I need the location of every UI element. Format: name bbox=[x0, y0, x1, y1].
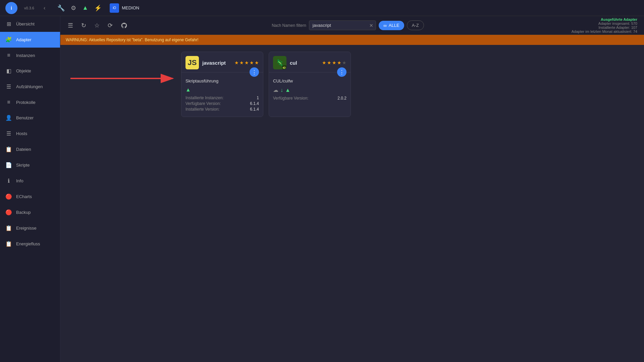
host-name: MEDION bbox=[122, 5, 139, 10]
sidebar-item-ereignisse[interactable]: 📋 Ereignisse bbox=[0, 220, 60, 236]
app-version: v0.3.6 bbox=[24, 6, 34, 10]
list-view-button[interactable]: ☰ bbox=[66, 20, 75, 31]
objekte-label: Objekte bbox=[16, 68, 31, 73]
sidebar-item-skripte[interactable]: 📄 Skripte bbox=[0, 157, 60, 173]
energiefluss-icon: 📋 bbox=[5, 241, 12, 247]
stats-line-3: Adapter im letzten Monat aktualisiert: 7… bbox=[572, 29, 637, 34]
sidebar-item-backup[interactable]: 🔴 Backup bbox=[0, 204, 60, 220]
star-5: ★ bbox=[255, 60, 259, 65]
sidebar-item-uebersicht[interactable]: ⊞ Übersicht bbox=[0, 16, 60, 32]
search-area: Nach Namen filtern ✕ ∞ ALLE A-Z bbox=[272, 20, 424, 30]
triangle-icon-cul: ▲ bbox=[285, 87, 290, 93]
adapter-name-javascript: javascript bbox=[202, 60, 231, 66]
filter-all-button[interactable]: ∞ ALLE bbox=[379, 21, 404, 30]
hosts-icon: ☰ bbox=[5, 130, 12, 137]
star-2: ★ bbox=[239, 60, 244, 65]
sidebar-item-dateien[interactable]: 📋 Dateien bbox=[0, 141, 60, 157]
available-label: Verfügbare Version: bbox=[185, 101, 221, 106]
topbar-icons: 🔧 ⚙ ▲ ⚡ bbox=[57, 4, 102, 12]
energiefluss-label: Energiefluss bbox=[16, 241, 40, 246]
adapter-icon-cul: 🦎 🐢 bbox=[273, 56, 286, 69]
stats-line-2: Installierte Adapter: 107 bbox=[572, 25, 637, 29]
stats-line-1: Adapter insgesamt: 570 bbox=[572, 21, 637, 25]
info-label: Info bbox=[16, 178, 23, 183]
skripte-icon: 📄 bbox=[5, 162, 12, 168]
echarts-icon: 🔴 bbox=[5, 193, 12, 200]
history-button[interactable]: ⟳ bbox=[106, 20, 115, 31]
adapter-body-javascript: Skriptausführung ▲ Installierte Instanze… bbox=[181, 72, 263, 117]
collapse-icon[interactable]: ‹ bbox=[44, 5, 45, 11]
sidebar-item-benutzer[interactable]: 👤 Benutzer bbox=[0, 110, 60, 126]
star-1: ★ bbox=[234, 60, 239, 65]
search-input-wrap: ✕ bbox=[309, 20, 376, 30]
filter-az-button[interactable]: A-Z bbox=[407, 20, 424, 30]
app-logo: i bbox=[5, 2, 17, 14]
sidebar-item-energiefluss[interactable]: 📋 Energiefluss bbox=[0, 236, 60, 252]
host-selector[interactable]: iO MEDION bbox=[110, 3, 139, 13]
warning-text: WARNUNG: Aktuelles Repository ist "beta"… bbox=[66, 38, 199, 42]
update-icon[interactable]: ▲ bbox=[82, 4, 88, 11]
installed-label: Installierte Version: bbox=[185, 107, 219, 112]
ereignisse-icon: 📋 bbox=[5, 225, 12, 231]
search-clear-icon[interactable]: ✕ bbox=[369, 23, 373, 28]
protokolle-icon: ≡ bbox=[5, 99, 12, 105]
cloud-icon: ☁ bbox=[273, 87, 278, 93]
adapter-icon: 🧩 bbox=[5, 37, 12, 43]
warning-bar: WARNUNG: Aktuelles Repository ist "beta"… bbox=[60, 35, 644, 45]
gear-icon[interactable]: ⚙ bbox=[71, 4, 76, 12]
stats-title: Ausgeführte Adapter bbox=[572, 17, 637, 21]
adapter-status-javascript: ▲ bbox=[185, 87, 259, 93]
cul-available-value: 2.0.2 bbox=[337, 96, 346, 101]
adapter-menu-button-javascript[interactable]: ⋮ bbox=[250, 67, 259, 77]
adapter-card-javascript: JS javascript ★ ★ ★ ★ ★ ⋮ Skriptausführu… bbox=[181, 52, 263, 117]
adapter-card-cul: 🦎 🐢 cul ★ ★ ★ ★ ★ ⋮ CUL/culfw bbox=[269, 52, 351, 117]
adapter-stars-cul: ★ ★ ★ ★ ★ bbox=[322, 60, 346, 65]
instanzen-label: Instanzen bbox=[16, 53, 35, 58]
search-input[interactable] bbox=[309, 20, 376, 30]
dateien-icon: 📋 bbox=[5, 146, 12, 153]
github-button[interactable] bbox=[119, 20, 129, 31]
info-icon: ℹ bbox=[5, 178, 12, 184]
aufzaehlungen-label: Aufzählungen bbox=[16, 84, 43, 89]
adapter-menu-button-cul[interactable]: ⋮ bbox=[337, 67, 346, 77]
sidebar-item-echarts[interactable]: 🔴 ECharts bbox=[0, 189, 60, 204]
info-row-cul-available: Verfügbare Version: 2.0.2 bbox=[273, 96, 346, 101]
cul-star-4: ★ bbox=[337, 60, 341, 65]
adapter-status-cul: ☁ ↓ ▲ bbox=[273, 87, 346, 93]
adapter-description-javascript: Skriptausführung bbox=[185, 78, 259, 83]
info-row-available: Verfügbare Version: 6.1.4 bbox=[185, 101, 259, 106]
benutzer-label: Benutzer bbox=[16, 115, 34, 120]
info-row-instances: Installierte Instanzen: 1 bbox=[185, 96, 259, 100]
main-layout: ⊞ Übersicht 🧩 Adapter ≡ Instanzen ◧ Obje… bbox=[0, 16, 644, 362]
sidebar-item-instanzen[interactable]: ≡ Instanzen bbox=[0, 48, 60, 63]
uebersicht-label: Übersicht bbox=[16, 21, 35, 26]
benutzer-icon: 👤 bbox=[5, 115, 12, 121]
cul-available-label: Verfügbare Version: bbox=[273, 96, 308, 101]
adapter-name-cul: cul bbox=[290, 60, 319, 66]
settings-icon[interactable]: 🔧 bbox=[57, 4, 65, 12]
info-row-installed: Installierte Version: 6.1.4 bbox=[185, 107, 259, 112]
sidebar-item-hosts[interactable]: ☰ Hosts bbox=[0, 126, 60, 141]
cul-star-2: ★ bbox=[327, 60, 331, 65]
alert-icon[interactable]: ⚡ bbox=[94, 4, 102, 12]
instances-label: Installierte Instanzen: bbox=[185, 96, 223, 100]
backup-icon: 🔴 bbox=[5, 209, 12, 216]
content-area: ☰ ↻ ☆ ⟳ Nach Namen filtern ✕ ∞ ALLE A-Z bbox=[60, 16, 644, 362]
topbar: i v0.3.6 ‹ 🔧 ⚙ ▲ ⚡ iO MEDION bbox=[0, 0, 644, 16]
sidebar-item-aufzaehlungen[interactable]: ☰ Aufzählungen bbox=[0, 79, 60, 95]
status-triangle-green: ▲ bbox=[185, 87, 191, 93]
sidebar-item-info[interactable]: ℹ Info bbox=[0, 173, 60, 189]
filter-all-label: ALLE bbox=[389, 23, 399, 28]
favorites-button[interactable]: ☆ bbox=[92, 20, 102, 31]
instanzen-icon: ≡ bbox=[5, 52, 12, 58]
download-icon: ↓ bbox=[280, 87, 283, 93]
refresh-button[interactable]: ↻ bbox=[79, 20, 88, 31]
objekte-icon: ◧ bbox=[5, 68, 12, 74]
sidebar-item-objekte[interactable]: ◧ Objekte bbox=[0, 63, 60, 79]
sidebar-item-adapter[interactable]: 🧩 Adapter bbox=[0, 32, 60, 48]
search-label: Nach Namen filtern bbox=[272, 23, 306, 28]
available-value: 6.1.4 bbox=[250, 101, 259, 106]
backup-label: Backup bbox=[16, 210, 31, 215]
sidebar-item-protokolle[interactable]: ≡ Protokolle bbox=[0, 95, 60, 110]
cul-star-1: ★ bbox=[322, 60, 326, 65]
